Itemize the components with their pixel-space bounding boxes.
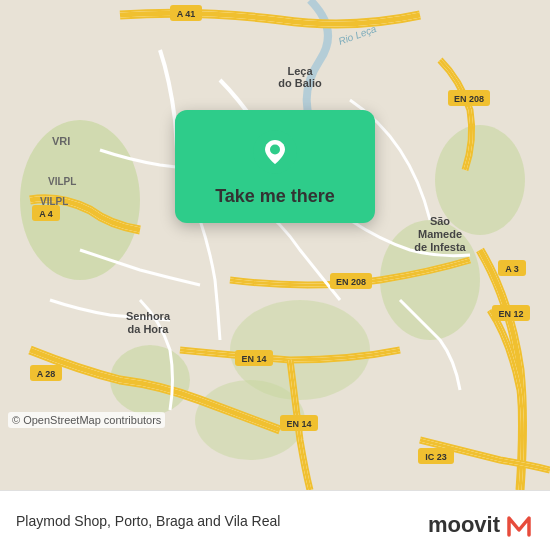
svg-text:EN 14: EN 14 (241, 354, 266, 364)
svg-text:IC 23: IC 23 (425, 452, 447, 462)
moovit-icon (504, 510, 534, 540)
location-pin-icon (253, 130, 297, 174)
svg-text:de Infesta: de Infesta (414, 241, 466, 253)
moovit-text: moovit (428, 512, 500, 538)
bottom-bar: Playmod Shop, Porto, Braga and Vila Real… (0, 490, 550, 550)
map-attribution: © OpenStreetMap contributors (8, 412, 165, 428)
svg-text:Leça: Leça (287, 65, 313, 77)
svg-text:A 41: A 41 (177, 9, 196, 19)
cta-card[interactable]: Take me there (175, 110, 375, 223)
svg-text:VILPL: VILPL (40, 196, 68, 207)
map-container: A 41 A 4 A 3 A 28 EN 208 EN 208 EN 14 EN… (0, 0, 550, 490)
svg-text:VILPL: VILPL (48, 176, 76, 187)
svg-text:Mamede: Mamede (418, 228, 462, 240)
cta-label: Take me there (215, 186, 335, 207)
svg-text:EN 208: EN 208 (336, 277, 366, 287)
moovit-logo: moovit (428, 510, 534, 540)
svg-text:A 3: A 3 (505, 264, 519, 274)
svg-text:EN 14: EN 14 (286, 419, 311, 429)
svg-text:São: São (430, 215, 450, 227)
svg-text:EN 208: EN 208 (454, 94, 484, 104)
svg-text:A 4: A 4 (39, 209, 53, 219)
svg-text:EN 12: EN 12 (498, 309, 523, 319)
svg-text:do Balio: do Balio (278, 77, 322, 89)
svg-text:da Hora: da Hora (128, 323, 170, 335)
svg-text:Senhora: Senhora (126, 310, 171, 322)
place-label: Playmod Shop, Porto, Braga and Vila Real (16, 513, 280, 529)
svg-text:VRI: VRI (52, 135, 70, 147)
svg-text:A 28: A 28 (37, 369, 56, 379)
svg-point-39 (270, 145, 280, 155)
